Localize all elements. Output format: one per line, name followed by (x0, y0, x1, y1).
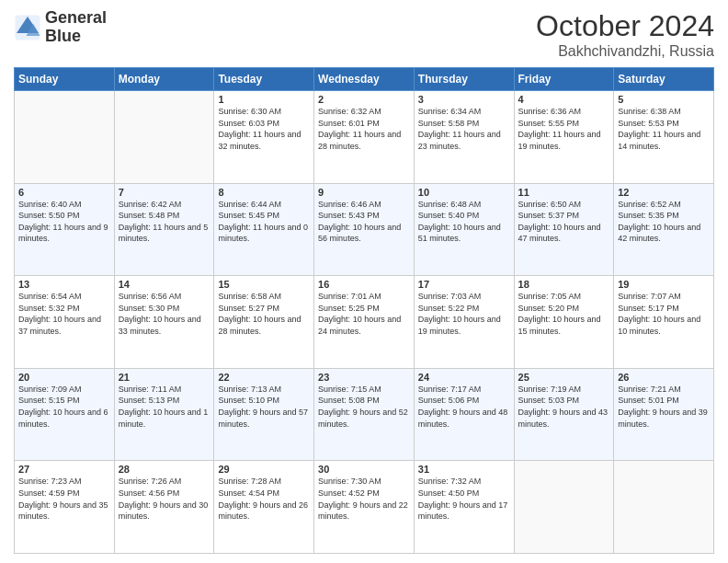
day-number: 14 (119, 279, 210, 290)
table-row: 20Sunrise: 7:09 AMSunset: 5:15 PMDayligh… (15, 368, 115, 461)
day-number: 3 (418, 94, 510, 105)
day-info: Sunrise: 6:40 AMSunset: 5:50 PMDaylight:… (18, 199, 110, 245)
table-row: 11Sunrise: 6:50 AMSunset: 5:37 PMDayligh… (514, 183, 614, 276)
day-info: Sunrise: 6:46 AMSunset: 5:43 PMDaylight:… (318, 199, 410, 245)
calendar-table: Sunday Monday Tuesday Wednesday Thursday… (14, 67, 714, 554)
day-number: 11 (518, 187, 610, 198)
day-info: Sunrise: 6:50 AMSunset: 5:37 PMDaylight:… (518, 199, 610, 245)
table-row: 27Sunrise: 7:23 AMSunset: 4:59 PMDayligh… (15, 461, 115, 554)
day-number: 7 (119, 187, 210, 198)
month-title: October 2024 (536, 9, 714, 43)
day-number: 24 (418, 372, 510, 383)
day-number: 12 (618, 187, 710, 198)
logo-line2: Blue (45, 28, 107, 46)
day-number: 16 (318, 279, 410, 290)
day-number: 23 (318, 372, 410, 383)
day-info: Sunrise: 7:21 AMSunset: 5:01 PMDaylight:… (618, 384, 710, 430)
day-number: 4 (518, 94, 610, 105)
day-number: 28 (119, 464, 210, 475)
day-number: 5 (618, 94, 710, 105)
day-info: Sunrise: 7:07 AMSunset: 5:17 PMDaylight:… (618, 291, 710, 337)
col-monday: Monday (114, 68, 214, 91)
table-row: 18Sunrise: 7:05 AMSunset: 5:20 PMDayligh… (514, 276, 614, 369)
logo: General Blue (14, 9, 107, 46)
day-number: 19 (618, 279, 710, 290)
table-row: 8Sunrise: 6:44 AMSunset: 5:45 PMDaylight… (214, 183, 314, 276)
day-info: Sunrise: 6:32 AMSunset: 6:01 PMDaylight:… (318, 106, 410, 152)
day-info: Sunrise: 7:01 AMSunset: 5:25 PMDaylight:… (318, 291, 410, 337)
day-info: Sunrise: 6:38 AMSunset: 5:53 PMDaylight:… (618, 106, 710, 152)
calendar-week-row: 1Sunrise: 6:30 AMSunset: 6:03 PMDaylight… (15, 91, 714, 184)
day-info: Sunrise: 6:58 AMSunset: 5:27 PMDaylight:… (218, 291, 310, 337)
day-info: Sunrise: 7:32 AMSunset: 4:50 PMDaylight:… (418, 476, 510, 522)
table-row: 1Sunrise: 6:30 AMSunset: 6:03 PMDaylight… (214, 91, 314, 184)
day-info: Sunrise: 7:28 AMSunset: 4:54 PMDaylight:… (218, 476, 310, 522)
table-row: 15Sunrise: 6:58 AMSunset: 5:27 PMDayligh… (214, 276, 314, 369)
table-row: 16Sunrise: 7:01 AMSunset: 5:25 PMDayligh… (314, 276, 415, 369)
day-info: Sunrise: 6:44 AMSunset: 5:45 PMDaylight:… (218, 199, 310, 245)
day-info: Sunrise: 7:11 AMSunset: 5:13 PMDaylight:… (119, 384, 210, 430)
table-row: 28Sunrise: 7:26 AMSunset: 4:56 PMDayligh… (114, 461, 214, 554)
day-number: 29 (218, 464, 310, 475)
day-info: Sunrise: 6:36 AMSunset: 5:55 PMDaylight:… (518, 106, 610, 152)
day-number: 26 (618, 372, 710, 383)
day-number: 1 (218, 94, 310, 105)
logo-line1: General (45, 9, 107, 28)
day-info: Sunrise: 6:34 AMSunset: 5:58 PMDaylight:… (418, 106, 510, 152)
col-sunday: Sunday (15, 68, 115, 91)
calendar-week-row: 6Sunrise: 6:40 AMSunset: 5:50 PMDaylight… (15, 183, 714, 276)
day-info: Sunrise: 6:56 AMSunset: 5:30 PMDaylight:… (119, 291, 210, 337)
day-info: Sunrise: 7:17 AMSunset: 5:06 PMDaylight:… (418, 384, 510, 430)
table-row: 12Sunrise: 6:52 AMSunset: 5:35 PMDayligh… (614, 183, 714, 276)
day-info: Sunrise: 6:48 AMSunset: 5:40 PMDaylight:… (418, 199, 510, 245)
day-info: Sunrise: 7:15 AMSunset: 5:08 PMDaylight:… (318, 384, 410, 430)
table-row: 22Sunrise: 7:13 AMSunset: 5:10 PMDayligh… (214, 368, 314, 461)
day-info: Sunrise: 7:19 AMSunset: 5:03 PMDaylight:… (518, 384, 610, 430)
table-row (514, 461, 614, 554)
day-number: 15 (218, 279, 310, 290)
table-row: 13Sunrise: 6:54 AMSunset: 5:32 PMDayligh… (15, 276, 115, 369)
table-row: 3Sunrise: 6:34 AMSunset: 5:58 PMDaylight… (414, 91, 514, 184)
table-row: 26Sunrise: 7:21 AMSunset: 5:01 PMDayligh… (614, 368, 714, 461)
day-info: Sunrise: 7:13 AMSunset: 5:10 PMDaylight:… (218, 384, 310, 430)
col-saturday: Saturday (614, 68, 714, 91)
day-number: 18 (518, 279, 610, 290)
logo-text: General Blue (45, 9, 107, 46)
day-number: 8 (218, 187, 310, 198)
calendar-header-row: Sunday Monday Tuesday Wednesday Thursday… (15, 68, 714, 91)
table-row (614, 461, 714, 554)
day-info: Sunrise: 7:09 AMSunset: 5:15 PMDaylight:… (18, 384, 110, 430)
table-row: 4Sunrise: 6:36 AMSunset: 5:55 PMDaylight… (514, 91, 614, 184)
col-wednesday: Wednesday (314, 68, 415, 91)
day-number: 10 (418, 187, 510, 198)
day-number: 21 (119, 372, 210, 383)
table-row: 7Sunrise: 6:42 AMSunset: 5:48 PMDaylight… (114, 183, 214, 276)
day-number: 25 (518, 372, 610, 383)
col-friday: Friday (514, 68, 614, 91)
day-number: 31 (418, 464, 510, 475)
page: General Blue October 2024 Bakhchivandzhi… (0, 0, 728, 563)
table-row: 14Sunrise: 6:56 AMSunset: 5:30 PMDayligh… (114, 276, 214, 369)
calendar-week-row: 20Sunrise: 7:09 AMSunset: 5:15 PMDayligh… (15, 368, 714, 461)
col-thursday: Thursday (414, 68, 514, 91)
table-row: 6Sunrise: 6:40 AMSunset: 5:50 PMDaylight… (15, 183, 115, 276)
day-info: Sunrise: 6:30 AMSunset: 6:03 PMDaylight:… (218, 106, 310, 152)
table-row: 19Sunrise: 7:07 AMSunset: 5:17 PMDayligh… (614, 276, 714, 369)
table-row (114, 91, 214, 184)
table-row (15, 91, 115, 184)
table-row: 2Sunrise: 6:32 AMSunset: 6:01 PMDaylight… (314, 91, 415, 184)
day-number: 2 (318, 94, 410, 105)
table-row: 23Sunrise: 7:15 AMSunset: 5:08 PMDayligh… (314, 368, 415, 461)
day-info: Sunrise: 7:03 AMSunset: 5:22 PMDaylight:… (418, 291, 510, 337)
day-info: Sunrise: 7:30 AMSunset: 4:52 PMDaylight:… (318, 476, 410, 522)
calendar-week-row: 13Sunrise: 6:54 AMSunset: 5:32 PMDayligh… (15, 276, 714, 369)
table-row: 17Sunrise: 7:03 AMSunset: 5:22 PMDayligh… (414, 276, 514, 369)
day-number: 6 (18, 187, 110, 198)
day-number: 22 (218, 372, 310, 383)
day-info: Sunrise: 6:52 AMSunset: 5:35 PMDaylight:… (618, 199, 710, 245)
logo-icon (14, 14, 41, 41)
col-tuesday: Tuesday (214, 68, 314, 91)
table-row: 30Sunrise: 7:30 AMSunset: 4:52 PMDayligh… (314, 461, 415, 554)
day-number: 27 (18, 464, 110, 475)
day-number: 20 (18, 372, 110, 383)
